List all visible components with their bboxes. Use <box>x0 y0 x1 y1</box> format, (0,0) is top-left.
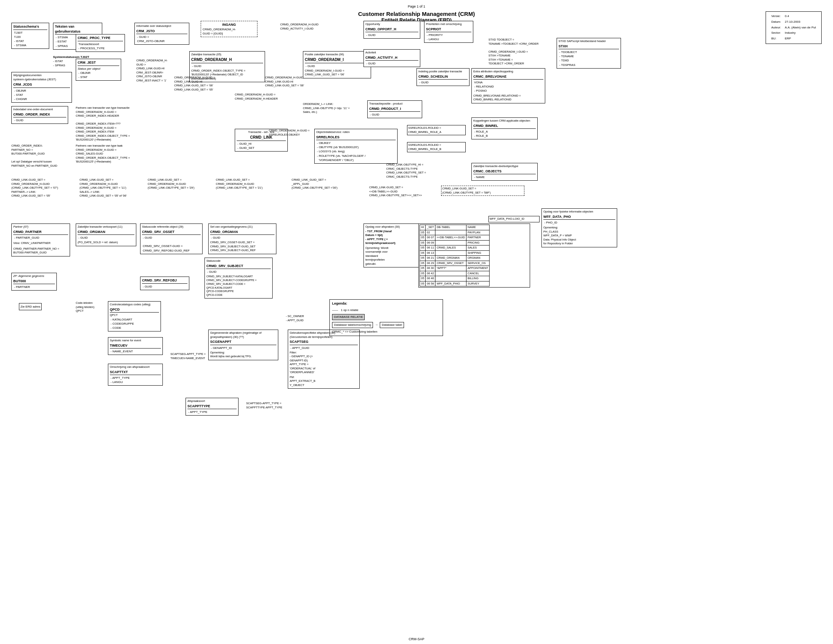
entity-crmc-proc-type: CRMC_PROC_TYPE Transactiesoort - PROCESS… <box>76 34 125 52</box>
entity-crm-jsto: Informatie over statusobject CRM_JSTO - … <box>134 23 189 45</box>
legend-db-relation: DATABASE RELATIE <box>332 314 365 320</box>
versie-label: Versie: <box>770 14 783 19</box>
entity-crmc-brelvonae: Extra attributen objectkoppeling CRMC_BR… <box>471 68 545 103</box>
info-crmd-link-set-2: CRMD_LINK-GUID_SET = CRMD_ORDERADM_H-GUI… <box>79 178 148 198</box>
versie-val: 0.4 <box>783 14 817 19</box>
entity-crmd-orderadm-i: Positie zakelijke transactie (06) CRMD_O… <box>303 51 371 79</box>
entity-crmd-partner: Partner (07) CRMD_PARTNER - PARTNER_GUID… <box>11 224 70 256</box>
page-number: Page 1 of 1 <box>406 3 427 10</box>
entity-scappttype: Afspraaksoort SCAPPTTYPE - APPT_TYPE <box>185 398 238 415</box>
entity-crm-jest: CRM_JEST Status per object - OBJNR - STA… <box>76 59 121 80</box>
entity-scaptseg: Gebruikersspecifieke afspraken (30)(Gecu… <box>288 330 360 389</box>
entity-crmc-schedlin: Indeling positie zakelijke transactie CR… <box>416 68 470 86</box>
title-line1: Customer Relationship Management (CRM) <box>358 11 475 17</box>
entity-crmd-product-i: Transactiepositie - product CRMD_PRODUCT… <box>367 100 422 118</box>
info-link-guid-set-set: CRMD_LINK-GUID_SET = <<DB-TABEL>>-GUID C… <box>369 186 452 198</box>
auteur-val: A.A. (Alwin) van de Put <box>783 26 817 30</box>
auteur-label: Auteur: <box>770 26 783 30</box>
page: Page 1 of 1 Customer Relationship Manage… <box>0 0 833 644</box>
info-orderadm-srrel: CRMD_ORDERADM_H-GUID = SSRELROLES-OBJKEY <box>269 129 314 137</box>
info-link-objtype-hi: CRMD_LINK-OBJTYPE_HI = CRMC_OBJECTS-TYPE… <box>386 163 470 179</box>
info-crmd-order-index-note: CRMD_ORDER_INDEX- PARTNER_NO = BUT000-PA… <box>11 144 72 168</box>
entity-org-set: Set van organisatiegegevens (21) CRMD_OR… <box>208 224 277 254</box>
entity-prioriteiten: Prioriteiten met omschrijving SCPRIOT - … <box>424 21 473 43</box>
entity-crmd-opport-h: Opportunity CRMD_OPPORT_H - GUID <box>363 21 420 39</box>
entity-zakelijke-transactie-vk: Zakelijke transactie verkoopset (11) CRM… <box>76 224 136 246</box>
info-ssrelroles-role-a: SSRELROLES-ROLEID = CRMD_BINREL_ROLE_A <box>407 125 466 135</box>
legend-relation-line: —— <box>332 308 338 312</box>
entity-crm-jcds: Wijzigingsdocumenten systeem-/gebruikers… <box>11 72 72 103</box>
info-orderadm-h-to-link: CRMD_ORDERADM_H-GUID = CRMD_ORDERADM_H-H… <box>235 93 303 101</box>
entity-crmd-binrel: Koppelingen tussen CRM-applicatie-object… <box>471 118 538 139</box>
entity-but000: ZP: Algemene gegevens BUT000 - PARTNER <box>11 273 57 291</box>
entity-scapttxt: Omschrijving van afspraaksoort SCAPTTXT … <box>108 364 163 386</box>
info-code-teksten: Code-teksten(uitleg teksten)QPCT <box>76 301 94 313</box>
bu-val: ERP <box>783 36 817 41</box>
info-crmd-link-set-3: CRMD_LINK-GUID_SET = CRMD_ORDERADM_H-GUI… <box>148 178 216 190</box>
info-crmd-link-set-4: CRMD_LINK-GUID_SET = CRMD_ORDERADM_H-GUI… <box>216 178 291 190</box>
info-orderadm-i-link: ORDERADM_I--> LINK: CRMD_LINK-OBJTYPE (=… <box>303 102 371 114</box>
datum-val: 27-10-2003 <box>783 20 817 25</box>
version-box: Versie: 0.4 Datum: 27-10-2003 Auteur: A.… <box>765 11 822 44</box>
entity-statusschemas: Statusschema's TJ30T TJ20 - ISTAT - STSM… <box>11 23 49 49</box>
info-link-58f: CRMD_LINK-GUID_SET = (CRMD_LINK-OBJTYPE_… <box>441 186 524 196</box>
sector-label: Sector: <box>770 31 783 35</box>
ingang-box: INGANG CRMD_ORDERADM_H- GUID = [GUID] <box>201 21 257 37</box>
entity-crmd-activity-h: Activiteit CRMD_ACTIVITY_H - GUID <box>363 49 420 67</box>
entity-crmd-order-index: Indextabel one-order-document CRMD_ORDER… <box>11 106 68 124</box>
wff-data-table: HI _SET DB-TABEL NAME 0502PAYPLAN 0506 0… <box>420 225 490 287</box>
entity-statuscode-ref: Statuscode referentie-object (29) CRMD_S… <box>140 224 203 254</box>
entity-crmd-srv-refobj: CRMD_SRV_REFOBJ - GUID <box>140 277 189 290</box>
info-crmd-link-set-5: CRMD_LINK_GUID_SET = _APPL_GUID (CRMD_LI… <box>291 178 367 190</box>
info-stxh-conn: STXD TDOBJECT = TDNAME >TDOBJECT >CRM_OR… <box>489 38 555 66</box>
legend-db-tabel: Database tabel <box>380 322 404 328</box>
entity-stxh: STXD SAPscript tekstbestand header STXH … <box>556 38 621 69</box>
footer: CRM-SAP <box>408 637 425 641</box>
entity-crmd-srv-subject: Statuscode CRMD_SRV_SUBJECT - GUID CRMD_… <box>204 258 273 298</box>
info-link-hi: CRMD_ORDERADM_H-GUID = CRMD_LINK-GUID-HI… <box>174 76 235 92</box>
entity-wff-data-pho: Opslag voor fysieke informatie-objecten … <box>542 208 617 247</box>
info-wff-loio: WFF_DATA_PHO-LOIO_ID <box>489 216 540 222</box>
entity-srrelroles: Objectrelatieservice: rollen SRRELROLES … <box>314 129 397 164</box>
sector-val: Industry <box>783 31 817 35</box>
datum-label: Datum: <box>770 20 783 25</box>
legend-db-desc: Database tabelomschrijving <box>332 322 373 328</box>
info-partners-transactie-1: Partners van transactie van type transac… <box>76 106 151 142</box>
info-zie-erd: Zie ERD adres <box>19 303 42 310</box>
legend-box: Legenda: —— 1 op n relatie DATABASE RELA… <box>330 299 443 336</box>
entity-timecuev: Symbolic name for event TIMECUEV - NAME_… <box>108 337 163 355</box>
info-scaptseg-timecuev: SCAPTSEG-APPT_TYPE = TIMECUEV-NAME_EVENT <box>170 352 246 360</box>
info-partners-transactie-2: Partners van transactie van type taak CR… <box>76 144 151 164</box>
info-activity-link: CRMD_ORDERADM_H-GUID CRMD_ACTIVITY_I-GUI… <box>280 23 356 31</box>
bu-label: BU: <box>770 36 783 41</box>
info-scaptseg-scappttype: SCAPTSEG-APPT_TYPE = SCAPPTTYPE-APPT_TYP… <box>246 402 322 409</box>
info-ssrelroles-role-b: SSRELROLES-ROLEID = CRMD_BINREL_ROLE_B <box>407 142 466 152</box>
entity-crmc-objects: Zakelijke transactie-doelsobjecttype CRM… <box>471 163 538 181</box>
entity-wff-table: HI _SET DB-TABEL NAME 0502PAYPLAN 0506 0… <box>418 224 530 288</box>
info-crmd-link-set-1: CRMD_LINK-GUID_SET = CRMD_ORDERADM_H-GUI… <box>11 178 79 198</box>
entity-qpcd: Controlecatalogus codes (uitleg) QPCD QP… <box>108 301 161 332</box>
